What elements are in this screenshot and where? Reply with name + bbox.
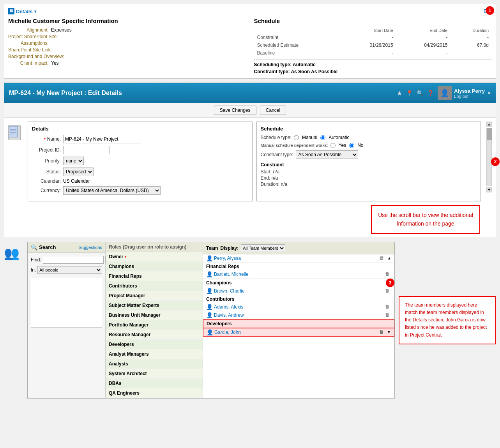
user-info[interactable]: 👤 Alyssa Perry Log out ▼: [438, 86, 491, 100]
sp-link-label: SharePoint Site Link:: [8, 47, 54, 53]
team-section-contributors: Contributors: [203, 295, 394, 303]
details-box-title: Details: [32, 126, 248, 132]
constraint-section: Constraint Start: n/a End: n/a Duration:…: [261, 162, 477, 187]
currency-label: Currency:: [32, 188, 63, 193]
display-select[interactable]: All Team Members: [241, 244, 285, 252]
details-toggle[interactable]: ▤ Details ▼: [8, 8, 37, 14]
member-name[interactable]: Adams, Alexis: [214, 304, 383, 310]
required-dot: •: [125, 254, 126, 259]
constraint-type-row: Constraint type: As Soon As Possible: [254, 69, 492, 74]
manual-radio[interactable]: [294, 135, 299, 140]
no-radio[interactable]: [349, 143, 354, 148]
search-header: 🔍 Search Suggestions: [28, 242, 105, 253]
team-member-row: 👤 Perry, Alyssa 🗑 ▲: [203, 254, 394, 263]
badge-3: 3: [386, 279, 394, 287]
manual-label: Manual: [302, 135, 317, 140]
avatar: 👤: [438, 86, 452, 100]
callout-3-text: The team members displayed here match th…: [405, 302, 487, 338]
in-select[interactable]: All people: [37, 266, 102, 274]
calendar-value: US Calendar: [63, 178, 90, 184]
delete-icon[interactable]: 🗑: [385, 304, 391, 310]
status-label: Status:: [32, 169, 63, 175]
role-project-manager[interactable]: Project Manager: [106, 291, 203, 301]
search-results[interactable]: [31, 277, 102, 328]
search-icon[interactable]: 🔍: [417, 90, 423, 96]
form-area: Details Name: Project ID: Priority: none: [28, 122, 481, 201]
role-resource[interactable]: Resource Manager: [106, 330, 203, 340]
constraint-start: -: [342, 34, 396, 41]
member-name[interactable]: Bartlett, Michelle: [214, 272, 383, 277]
callout-3: The team members displayed here match th…: [399, 296, 496, 344]
constraint-type-select[interactable]: As Soon As Possible: [296, 150, 358, 159]
scheduling-type-row: Scheduling type: Automatic: [254, 62, 492, 67]
client-impact-label: Client Impact:: [8, 60, 51, 66]
currency-select[interactable]: United States of America, Dollars (USD): [63, 186, 161, 195]
project-id-input[interactable]: [63, 146, 110, 154]
badge3-row: Champions 3: [203, 279, 394, 287]
role-contributors[interactable]: Contributors: [106, 281, 203, 291]
role-subject-matter[interactable]: Subject Matter Experts: [106, 301, 203, 310]
delete-icon[interactable]: 🗑: [379, 329, 385, 335]
calendar-row: Calendar: US Calendar: [32, 178, 248, 184]
member-name[interactable]: Perry, Alyssa: [214, 256, 378, 261]
role-portfolio[interactable]: Portfolio Manager: [106, 320, 203, 330]
member-icon: 👤: [206, 271, 212, 277]
blue-header: MP-624 - My New Project : Edit Details ★…: [4, 83, 496, 103]
pin-icon[interactable]: 📍: [406, 90, 413, 96]
role-developers[interactable]: Developers: [106, 340, 203, 349]
roles-panel: Roles (Drag user on role to assign) Owne…: [106, 242, 203, 398]
role-financial-reps[interactable]: Financial Reps: [106, 272, 203, 281]
role-business-unit[interactable]: Business Unit Manager: [106, 310, 203, 320]
up-arrow-icon[interactable]: ▲: [387, 256, 391, 260]
col-start-date: Start Date: [342, 27, 396, 34]
delete-icon[interactable]: 🗑: [385, 288, 391, 294]
name-input[interactable]: [63, 135, 141, 143]
scroll-down-arrow[interactable]: ▼: [486, 187, 492, 192]
find-input[interactable]: [43, 256, 104, 264]
delete-icon[interactable]: 🗑: [385, 271, 391, 277]
scheduled-start: 01/26/2015: [342, 41, 396, 49]
role-analysts[interactable]: Analysts: [106, 359, 203, 369]
team-member-row: 👤 Adams, Alexis 🗑: [203, 303, 394, 311]
priority-select[interactable]: none: [63, 157, 84, 165]
delete-icon[interactable]: 🗑: [380, 255, 386, 261]
start-row: Start: n/a: [261, 169, 477, 175]
dropdown-arrow-icon[interactable]: ▼: [487, 91, 491, 95]
details-box: Details Name: Project ID: Priority: none: [28, 122, 253, 201]
down-arrow-icon[interactable]: ▼: [387, 330, 391, 334]
alignment-value: Expenses: [51, 27, 72, 33]
status-select[interactable]: Proposed: [63, 168, 94, 176]
scheduled-label: Scheduled Estimate: [254, 41, 342, 49]
role-dbas[interactable]: DBAs: [106, 379, 203, 388]
end-value: n/a: [272, 175, 278, 181]
manual-schedule-row: Manual schedule dependent works: Yes No: [261, 143, 477, 148]
scroll-up-arrow[interactable]: ▲: [486, 122, 492, 127]
role-champions[interactable]: Champions: [106, 262, 203, 272]
yes-radio[interactable]: [330, 143, 336, 148]
baseline-end: -: [396, 49, 451, 57]
role-system-architect[interactable]: System Architect: [106, 369, 203, 379]
section2-edit-panel: MP-624 - My New Project : Edit Details ★…: [4, 83, 496, 238]
star-icon[interactable]: ★: [397, 90, 402, 97]
user-logout[interactable]: Log out: [454, 94, 485, 99]
member-name[interactable]: Davis, Andrew: [214, 312, 383, 318]
suggestions-link[interactable]: Suggestions: [78, 245, 102, 250]
delete-icon[interactable]: 🗑: [385, 312, 391, 318]
automatic-radio[interactable]: [320, 135, 325, 140]
help-icon[interactable]: ❓: [427, 90, 434, 96]
people-icon: 👥: [4, 246, 19, 261]
member-icon: 👤: [207, 329, 213, 335]
member-name[interactable]: Garcia, John: [214, 330, 378, 335]
role-owner[interactable]: Owner •: [106, 252, 203, 262]
no-label: No: [357, 143, 363, 148]
search-label: Search: [39, 244, 56, 250]
find-row: Find: Go: [31, 256, 102, 264]
badge-2: 2: [491, 157, 500, 166]
role-qa-engineers[interactable]: QA Engineers: [106, 388, 203, 398]
client-impact-value: Yes: [51, 60, 59, 66]
cancel-button[interactable]: Cancel: [260, 106, 286, 115]
table-row: Constraint - - -: [254, 34, 492, 41]
save-button[interactable]: Save Changes: [214, 106, 256, 115]
member-name[interactable]: Brown, Charlie: [214, 288, 383, 294]
role-analyst-managers[interactable]: Analyst Managers: [106, 349, 203, 359]
